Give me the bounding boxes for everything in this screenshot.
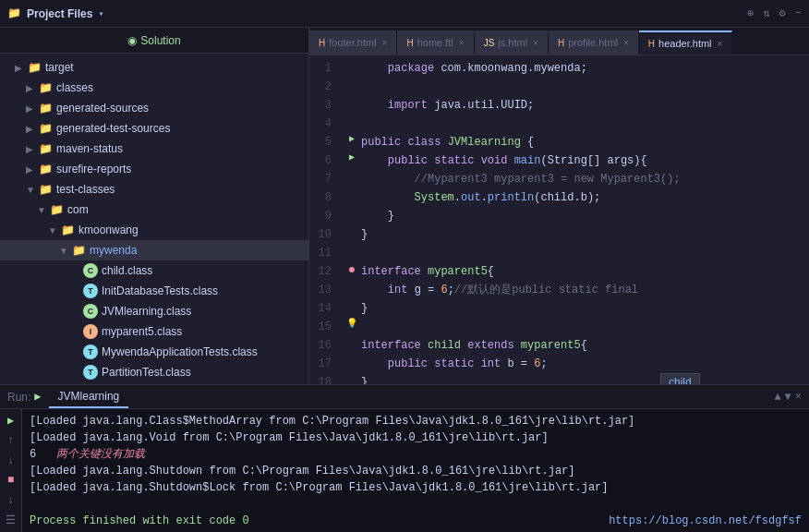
line-number: 3 [309,96,343,115]
autocomplete-popup[interactable]: child [660,373,700,384]
settings-icon[interactable]: ⚙ [779,6,786,20]
tree-item-com[interactable]: ▼📁com [0,200,308,220]
project-files-title: Project Files [27,7,92,20]
tree-item-PartitionTest.class[interactable]: TPartitionTest.class [0,362,308,382]
play-button[interactable]: ▶ [3,413,19,429]
line-gutter: ▶ [343,151,361,163]
add-icon[interactable]: ⊕ [747,6,754,20]
tree-arrow: ▶ [15,63,28,73]
tree-item-maven-status[interactable]: ▶📁maven-status [0,139,308,159]
tree-item-myparent5.class[interactable]: Imyparent5.class [0,321,308,342]
code-line-13: 13 int g = 6;//默认的是public static final [309,281,809,299]
console-down-icon[interactable]: ▼ [785,391,791,404]
tab-footer.html[interactable]: Hfooter.html× [309,30,397,54]
tab-close-icon[interactable]: × [718,39,723,49]
tree-item-classes[interactable]: ▶📁classes [0,78,308,98]
line-content: package com.kmoonwang.mywenda; [361,59,809,78]
project-files-chevron[interactable]: ▾ [98,8,103,19]
run-gutter-icon: ▶ [349,151,355,163]
run-label: Run: [7,391,30,404]
console-text: 6 [30,446,56,463]
tab-js.html[interactable]: JSjs.html× [475,30,549,54]
top-bar: 📁 Project Files ▾ ⊕ ⇅ ⚙ – [0,0,809,28]
code-line-1: 1 package com.kmoonwang.mywenda; [309,59,809,78]
line-number: 7 [309,170,343,188]
minimize-icon[interactable]: – [795,6,802,20]
code-line-9: 9 } [309,207,809,225]
tree-label: InitDatabaseTests.class [102,284,218,297]
line-number: 8 [309,188,343,207]
code-editor: 1 package com.kmoonwang.mywenda;23 impor… [309,55,809,384]
tree-item-target[interactable]: ▶📁target [0,57,308,78]
tree-item-test-classes[interactable]: ▼📁test-classes [0,179,308,200]
line-content: } [361,299,809,318]
console-line: [Loaded java.lang.Shutdown from C:\Progr… [30,463,802,479]
tab-icon: JS [484,38,495,48]
console-line: 6 两个关键没有加载 [30,446,802,463]
tab-profile.html[interactable]: Hprofile.html× [549,30,639,54]
tab-header.html[interactable]: Hheader.html× [639,30,733,54]
tree-item-InitDatabaseTests.class[interactable]: TInitDatabaseTests.class [0,281,308,301]
line-content: //Myparent3 myparent3 = new Myparent3(); [361,170,809,188]
file-icon: C [83,263,98,278]
file-icon: T [83,345,98,359]
export-button[interactable]: ☰ [3,513,19,529]
tree-label: MywendaApplicationTests.class [102,345,258,358]
line-gutter: ▶ [343,133,361,144]
console-url[interactable]: https://blog.csdn.net/fsdgfsf [424,513,802,529]
top-bar-icons: ⊕ ⇅ ⚙ – [747,6,802,20]
tree-label: mywenda [90,244,137,257]
stop-button[interactable]: ■ [3,473,19,490]
line-gutter: ● [343,262,361,277]
tab-label: header.html [658,38,711,49]
tree-label: generated-test-sources [56,122,170,135]
tab-label: profile.html [568,37,618,48]
tab-close-icon[interactable]: × [382,38,388,48]
bottom-panel: Run: ▶ JVMlearning ▲ ▼ × ▶ ↑ ↓ ■ ↓ ☰ [Lo… [0,384,809,532]
folder-icon: 📁 [50,203,64,216]
line-number: 1 [309,59,343,78]
tab-close-icon[interactable]: × [459,38,465,48]
tree-label: surefire-reports [56,163,131,175]
line-number: 15 [309,318,343,336]
tree-item-generated-sources[interactable]: ▶📁generated-sources [0,98,308,118]
bottom-tab-run[interactable]: JVMlearning [49,386,129,408]
tree-item-mywenda[interactable]: ▼📁mywenda [0,240,308,260]
editor-area: Hfooter.html×Hhome.ftl×JSjs.html×Hprofil… [309,28,809,384]
tab-close-icon[interactable]: × [623,38,629,48]
code-line-14: 14} [309,299,809,318]
sort-icon[interactable]: ⇅ [763,6,769,20]
console-up-icon[interactable]: ▲ [774,391,780,404]
export-down-button[interactable]: ↓ [3,492,19,509]
tab-icon: H [558,38,564,48]
line-content: System.out.println(child.b); [361,188,809,207]
tab-label: home.ftl [417,37,453,48]
line-gutter: 💡 [343,318,361,329]
tab-close-icon[interactable]: × [533,38,538,48]
tree-item-generated-test-sources[interactable]: ▶📁generated-test-sources [0,118,308,139]
console-line: [Loaded java.lang.Void from C:\Program F… [30,429,802,446]
run-icon: ▶ [34,390,41,404]
line-number: 5 [309,133,343,151]
tree-item-MywendaApplicationTests.class[interactable]: TMywendaApplicationTests.class [0,342,308,362]
tree-arrow: ▼ [37,205,50,215]
tab-icon: H [648,39,655,49]
tree-item-JVMlearning.class[interactable]: CJVMlearning.class [0,301,308,321]
down-button[interactable]: ↓ [3,453,19,469]
tree-arrow: ▼ [59,246,72,256]
file-icon: I [83,324,98,339]
code-line-3: 3 import java.util.UUID; [309,96,809,115]
tree-item-child.class[interactable]: Cchild.class [0,260,308,281]
tab-home.ftl[interactable]: Hhome.ftl× [397,30,474,54]
line-number: 4 [309,115,343,133]
tree-item-kmoonwang[interactable]: ▼📁kmoonwang [0,220,308,240]
tree-item-surefire-reports[interactable]: ▶📁surefire-reports [0,159,308,179]
sidebar-tree: ▶📁target▶📁classes▶📁generated-sources▶📁ge… [0,54,308,384]
line-content: } [361,373,809,384]
file-icon: T [83,365,98,380]
folder-icon: 📁 [28,61,42,74]
folder-icon: 📁 [72,244,86,257]
tree-label: target [45,61,74,74]
up-button[interactable]: ↑ [3,433,19,450]
console-close-icon[interactable]: × [795,391,802,404]
